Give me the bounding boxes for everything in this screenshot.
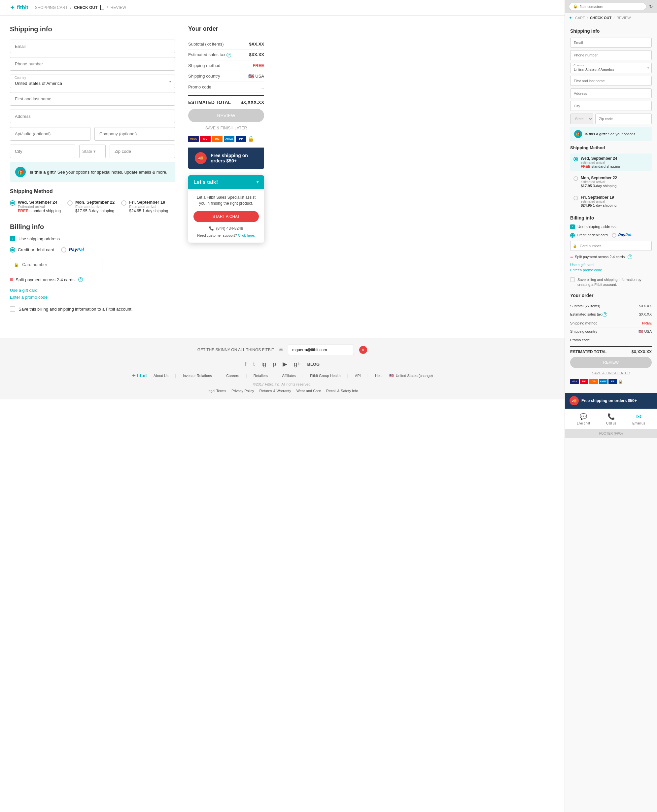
sidebar-gift-box[interactable]: 🎁 Is this a gift? See your options. [570, 127, 652, 141]
footer-careers[interactable]: Careers [226, 374, 239, 378]
shipping-radio-0[interactable] [10, 201, 15, 205]
state-select[interactable]: State ▾ [79, 145, 106, 158]
footer-investor[interactable]: Investor Relations [183, 374, 212, 378]
sidebar-promo-link[interactable]: Enter a promo code [570, 268, 652, 272]
sidebar-nav-cart[interactable]: CART [575, 16, 585, 20]
sidebar-shipping-radio-0[interactable] [573, 157, 578, 162]
sidebar-split-help-icon[interactable]: ? [627, 255, 632, 259]
card-number-input[interactable] [10, 258, 102, 271]
privacy-policy[interactable]: Privacy Policy [232, 389, 254, 393]
twitter-icon[interactable]: t [253, 361, 255, 368]
paypal-radio[interactable] [61, 247, 66, 252]
chat-collapse-icon[interactable]: ▾ [257, 180, 259, 185]
shipping-date-2: Fri, September 19 [129, 200, 168, 205]
sidebar-email-input[interactable] [570, 37, 652, 48]
sidebar-city-input[interactable] [570, 101, 652, 111]
footer-about[interactable]: About Us [154, 374, 168, 378]
sidebar-credit-option[interactable]: Credit or debit card [570, 232, 608, 238]
newsletter-submit-button[interactable]: ✕ [359, 346, 367, 354]
sidebar-call-us[interactable]: 📞 Call us [606, 413, 617, 425]
sidebar-card-input[interactable] [570, 241, 652, 251]
sidebar-nav-checkout[interactable]: CHECK OUT [590, 16, 612, 20]
sidebar-paypal-radio[interactable] [612, 233, 617, 238]
sidebar-tax-help[interactable]: ? [603, 312, 607, 317]
support-link[interactable]: Click here. [238, 233, 255, 237]
sidebar-gift-card-link[interactable]: Use a gift card [570, 263, 652, 267]
city-input[interactable] [10, 145, 75, 158]
shipping-radio-2[interactable] [121, 201, 126, 205]
sidebar-shipping-option-1[interactable]: Mon, September 22 estimated arrival $17.… [570, 173, 652, 190]
split-help-icon[interactable]: ? [78, 277, 83, 282]
sidebar-phone-input[interactable] [570, 50, 652, 60]
save-account-checkbox[interactable] [10, 306, 15, 312]
email-input[interactable] [10, 40, 175, 53]
use-shipping-checkbox[interactable] [10, 236, 15, 241]
us-flag: 🇺🇸 [248, 74, 254, 79]
credit-card-option[interactable]: Credit or debit card [10, 247, 54, 252]
use-gift-card-link[interactable]: Use a gift card [10, 288, 175, 293]
fitbit-logo[interactable]: ✦ fitbit [10, 4, 28, 11]
sidebar-paypal-option[interactable]: PayPal [612, 232, 631, 238]
sidebar-email-us[interactable]: ✉ Email us [632, 413, 645, 425]
company-input[interactable] [94, 127, 175, 141]
footer-country[interactable]: 🇺🇸 United States (change) [389, 374, 433, 378]
name-input[interactable] [10, 92, 175, 106]
google-plus-icon[interactable]: g+ [294, 361, 301, 368]
breadcrumb-cart[interactable]: SHOPPING CART [35, 5, 68, 10]
footer-affiliates[interactable]: Affiliates [282, 374, 296, 378]
sidebar-live-chat[interactable]: 💬 Live chat [577, 413, 590, 425]
sidebar-shipping-option-0[interactable]: Wed, September 24 estimated arrival FREE… [570, 154, 652, 171]
shipping-radio-1[interactable] [67, 201, 73, 205]
instagram-icon[interactable]: ig [262, 361, 266, 368]
breadcrumb-checkout[interactable]: CHECK OUT [74, 5, 97, 10]
sidebar-shipping-radio-1[interactable] [573, 176, 578, 181]
sidebar-save-later-button[interactable]: SAVE & FINISH LATER [570, 371, 652, 375]
sidebar-address-input[interactable] [570, 89, 652, 98]
sidebar-use-shipping-row[interactable]: Use shipping address. [570, 224, 652, 229]
footer-group-health[interactable]: Fitbit Group Health [310, 374, 340, 378]
sidebar-nav-review[interactable]: REVIEW [617, 16, 631, 20]
facebook-icon[interactable]: f [245, 361, 247, 368]
youtube-icon[interactable]: ▶ [283, 361, 287, 368]
returns-warranty[interactable]: Returns & Warranty [260, 389, 291, 393]
address-input[interactable] [10, 110, 175, 123]
start-chat-button[interactable]: START A CHAT [193, 211, 259, 222]
chat-header[interactable]: Let's talk! ▾ [188, 175, 264, 189]
legal-terms[interactable]: Legal Terms [206, 389, 226, 393]
refresh-icon[interactable]: ↻ [649, 4, 653, 9]
sidebar-zip-input[interactable] [595, 114, 652, 124]
country-select[interactable]: United States of America [10, 75, 175, 88]
shipping-option-2[interactable]: Fri, September 19 Estimated arrival $24.… [121, 200, 168, 213]
tax-help-icon[interactable]: ? [226, 53, 231, 58]
credit-card-radio[interactable] [10, 247, 15, 252]
footer-help[interactable]: Help [375, 374, 383, 378]
newsletter-email-input[interactable] [288, 345, 354, 355]
enter-promo-link[interactable]: Enter a promo code [10, 295, 175, 300]
use-shipping-row[interactable]: Use shipping address. [10, 236, 175, 241]
gift-box[interactable]: 🎁 Is this a gift? See your options for s… [10, 162, 175, 182]
sidebar-use-shipping-checkbox[interactable] [570, 224, 575, 229]
footer-api[interactable]: API [355, 374, 361, 378]
phone-input[interactable] [10, 57, 175, 71]
review-button[interactable]: REVIEW [188, 109, 264, 122]
sidebar-state-select[interactable]: State ▾ [570, 114, 593, 124]
sidebar-save-checkbox[interactable] [570, 277, 575, 282]
zip-input[interactable] [110, 145, 175, 158]
save-later-button[interactable]: SAVE & FINISH LATER [188, 126, 264, 131]
breadcrumb-review[interactable]: REVIEW [111, 5, 126, 10]
paypal-option[interactable]: PayPal [61, 247, 84, 252]
shipping-option-0[interactable]: Wed, September 24 Estimated arrival FREE… [10, 200, 61, 213]
pinterest-icon[interactable]: p [273, 361, 276, 368]
sidebar-name-input[interactable] [570, 76, 652, 86]
recall-safety[interactable]: Recall & Safety Info [326, 389, 358, 393]
blog-link[interactable]: BLOG [307, 362, 320, 367]
shipping-option-1[interactable]: Mon, September 22 Estimated arrival $17.… [67, 200, 115, 213]
sidebar-url-bar[interactable]: 🔒 fitbit.com/store [569, 3, 646, 10]
sidebar-shipping-option-2[interactable]: Fri, September 19 estimated arrival $24.… [570, 193, 652, 210]
wear-care[interactable]: Wear and Care [296, 389, 321, 393]
sidebar-shipping-radio-2[interactable] [573, 196, 578, 201]
sidebar-review-button[interactable]: REVIEW [570, 357, 652, 368]
sidebar-credit-radio[interactable] [570, 233, 575, 238]
footer-retailers[interactable]: Retailers [254, 374, 268, 378]
apt-input[interactable] [10, 127, 90, 141]
